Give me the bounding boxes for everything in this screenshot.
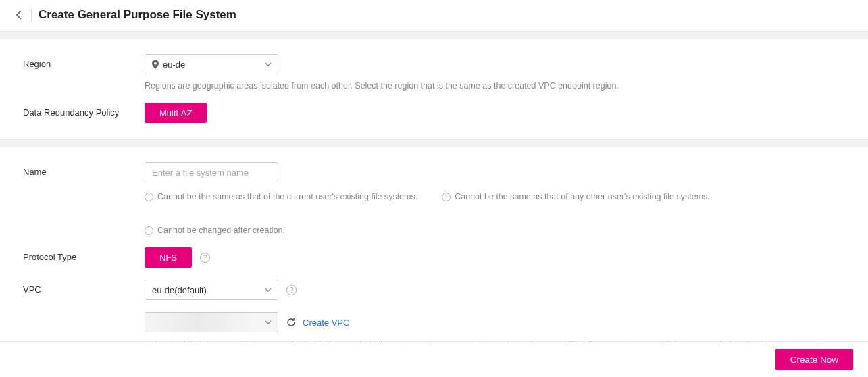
name-label: Name [23, 162, 145, 177]
refresh-icon[interactable] [286, 318, 296, 327]
name-hint-text: Cannot be the same as that of the curren… [157, 192, 417, 201]
section-gap [0, 31, 868, 39]
info-icon: i [145, 193, 153, 201]
region-select-value: eu-de [163, 59, 185, 70]
chevron-down-icon [265, 320, 272, 324]
info-icon: i [442, 193, 451, 201]
create-vpc-link[interactable]: Create VPC [303, 318, 349, 328]
header-separator [31, 9, 32, 21]
name-hint-text: Cannot be changed after creation. [157, 226, 285, 235]
vpc-select[interactable]: eu-de(default) [145, 280, 278, 300]
protocol-option-label: NFS [159, 253, 177, 263]
subnet-select[interactable] [145, 312, 278, 332]
create-now-button[interactable]: Create Now [775, 349, 853, 370]
redundancy-option-multi-az[interactable]: Multi-AZ [145, 103, 207, 123]
section-gap [0, 139, 868, 147]
name-hint: i Cannot be the same as that of the curr… [145, 192, 417, 201]
back-button[interactable] [12, 8, 26, 22]
chevron-left-icon [16, 10, 22, 20]
footer-bar: Create Now [0, 341, 868, 377]
redundancy-option-label: Multi-AZ [159, 108, 192, 118]
section-region-redundancy: Region eu-de Regions are geographic area… [0, 39, 868, 139]
vpc-select-value: eu-de(default) [152, 285, 207, 295]
region-select[interactable]: eu-de [145, 54, 278, 74]
name-input[interactable] [145, 162, 278, 182]
name-hint: i Cannot be changed after creation. [145, 226, 285, 235]
chevron-down-icon [265, 288, 272, 292]
redundancy-label: Data Redundancy Policy [23, 103, 145, 118]
region-helper: Regions are geographic areas isolated fr… [145, 81, 845, 91]
protocol-option-nfs[interactable]: NFS [145, 247, 192, 268]
protocol-label: Protocol Type [23, 247, 145, 262]
section-name-protocol-vpc: Name i Cannot be the same as that of the… [0, 147, 868, 374]
vpc-label: VPC [23, 280, 145, 295]
name-hint: i Cannot be the same as that of any othe… [442, 192, 710, 201]
info-icon: i [145, 226, 153, 235]
page-title: Create General Purpose File System [39, 8, 236, 22]
help-icon[interactable]: ? [286, 285, 297, 295]
region-label: Region [23, 54, 145, 69]
help-icon[interactable]: ? [200, 253, 210, 263]
location-pin-icon [152, 60, 159, 69]
name-hint-text: Cannot be the same as that of any other … [455, 192, 710, 201]
create-now-label: Create Now [790, 355, 838, 365]
chevron-down-icon [265, 62, 272, 66]
